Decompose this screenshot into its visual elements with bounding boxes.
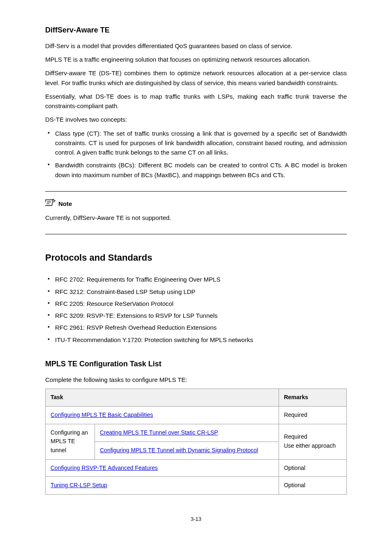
table-row: Tuning CR-LSP Setup Optional (46, 477, 347, 495)
note-text: Currently, DiffServ-Aware TE is not supp… (45, 213, 347, 222)
link-basic-capabilities[interactable]: Configuring MPLS TE Basic Capabilities (51, 412, 153, 418)
protocols-heading: Protocols and Standards (45, 251, 347, 265)
page-number: 3-13 (45, 515, 347, 523)
link-dynamic-signaling[interactable]: Configuring MPLS TE Tunnel with Dynamic … (100, 447, 258, 453)
list-item: Bandwidth constraints (BCs): Different B… (55, 160, 347, 180)
tasklist-heading: MPLS TE Configuration Task List (45, 358, 347, 370)
remark-required: Required (284, 433, 307, 440)
table-row: Configuring MPLS TE Basic Capabilities R… (46, 406, 347, 424)
cell-group: Configuring an MPLS TE tunnel (46, 424, 95, 459)
list-item: RFC 2205: Resource ReSerVation Protocol (55, 299, 347, 308)
table-row: Configuring an MPLS TE tunnel Creating M… (46, 424, 347, 442)
diffserv-bullet-list: Class type (CT): The set of traffic trun… (45, 129, 347, 180)
remark-either: Use either approach (284, 442, 336, 449)
paragraph: DS-TE involves two concepts: (45, 115, 347, 124)
paragraph: Diff-Serv is a model that provides diffe… (45, 41, 347, 51)
list-item: RFC 3209: RSVP-TE: Extensions to RSVP fo… (55, 311, 347, 320)
list-item: RFC 3212: Constraint-Based LSP Setup usi… (55, 287, 347, 296)
cell-remark: Required Use either approach (279, 424, 346, 459)
list-item: RFC 2961: RSVP Refresh Overhead Reductio… (55, 323, 347, 332)
link-tuning-crlsp[interactable]: Tuning CR-LSP Setup (51, 482, 107, 488)
list-item: ITU-T Recommendation Y.1720: Protection … (55, 335, 347, 345)
paragraph: DiffServ-aware TE (DS-TE) combines them … (45, 68, 347, 88)
list-item: Class type (CT): The set of traffic trun… (55, 129, 347, 157)
note-icon (45, 198, 56, 210)
task-table: Task Remarks Configuring MPLS TE Basic C… (45, 388, 347, 495)
cell-remark: Required (279, 406, 346, 424)
note-label: Note (58, 199, 72, 208)
cell-remark: Optional (279, 459, 346, 477)
table-row: Configuring RSVP-TE Advanced Features Op… (46, 459, 347, 477)
protocols-list: RFC 2702: Requirements for Traffic Engin… (45, 275, 347, 345)
table-header-task: Task (46, 389, 279, 407)
list-item: RFC 2702: Requirements for Traffic Engin… (55, 275, 347, 284)
note-block: Note Currently, DiffServ-Aware TE is not… (45, 191, 347, 235)
paragraph: Essentially, what DS-TE does is to map t… (45, 92, 347, 111)
cell-remark: Optional (279, 477, 346, 495)
link-static-crlsp[interactable]: Creating MPLS TE Tunnel over Static CR-L… (100, 429, 218, 436)
table-header-remarks: Remarks (279, 389, 346, 407)
link-rsvp-advanced[interactable]: Configuring RSVP-TE Advanced Features (51, 465, 158, 471)
paragraph: MPLS TE is a traffic engineering solutio… (45, 55, 347, 64)
diffserv-heading: DiffServ-Aware TE (45, 25, 347, 36)
tasklist-intro: Complete the following tasks to configur… (45, 375, 347, 384)
